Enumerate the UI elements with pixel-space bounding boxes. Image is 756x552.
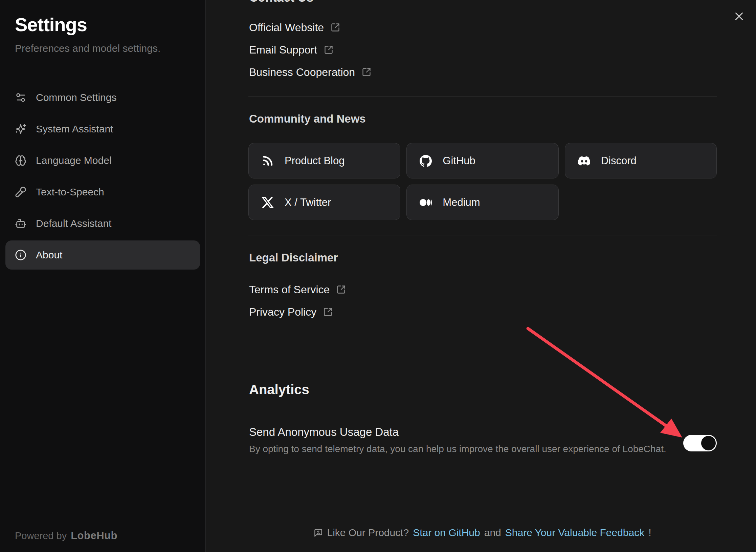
button-label: Discord [601, 155, 637, 167]
send-usage-data-description: By opting to send telemetry data, you ca… [249, 444, 666, 454]
sidebar-item-text-to-speech[interactable]: Text-to-Speech [5, 177, 200, 207]
footer-text: ! [648, 527, 651, 538]
close-button[interactable] [732, 9, 747, 24]
sidebar-item-common-settings[interactable]: Common Settings [5, 83, 200, 112]
microphone-icon [15, 186, 26, 198]
community-buttons-row-1: Product Blog GitHub Discord [248, 143, 717, 178]
star-on-github-link[interactable]: Star on GitHub [413, 527, 480, 538]
sidebar-item-label: Text-to-Speech [36, 186, 104, 198]
sidebar-item-default-assistant[interactable]: Default Assistant [5, 209, 200, 238]
medium-icon [420, 196, 432, 209]
settings-sidebar: Settings Preferences and model settings.… [0, 0, 206, 552]
discord-icon [578, 155, 590, 167]
send-usage-data-toggle[interactable] [683, 435, 717, 451]
share-feedback-link[interactable]: Share Your Valuable Feedback [505, 527, 644, 538]
button-label: Product Blog [285, 155, 345, 167]
sidebar-item-label: Default Assistant [36, 218, 111, 229]
sidebar-item-about[interactable]: About [5, 240, 200, 270]
settings-nav: Common Settings System Assistant Languag… [5, 83, 200, 270]
sidebar-item-system-assistant[interactable]: System Assistant [5, 114, 200, 144]
product-blog-button[interactable]: Product Blog [248, 143, 400, 178]
community-heading: Community and News [249, 112, 366, 125]
link-label: Official Website [249, 21, 324, 34]
about-settings-panel: Contact Us Official Website Email Suppor… [206, 0, 756, 552]
powered-by: Powered by LobeHub [15, 530, 117, 542]
sliders-icon [15, 92, 26, 103]
footer-text: Like Our Product? [327, 527, 409, 538]
external-link-icon [336, 285, 346, 294]
button-label: X / Twitter [285, 196, 331, 209]
bot-icon [15, 218, 26, 229]
sparkles-icon [15, 123, 26, 135]
footer: Like Our Product? Star on GitHub and Sha… [248, 527, 717, 538]
terms-of-service-link[interactable]: Terms of Service [249, 282, 346, 297]
brain-icon [15, 155, 26, 166]
contact-us-heading: Contact Us [249, 0, 313, 5]
page-subtitle: Preferences and model settings. [15, 43, 160, 54]
link-label: Terms of Service [249, 283, 330, 296]
info-icon [15, 249, 26, 261]
external-link-icon [362, 67, 371, 77]
github-icon [420, 155, 432, 167]
privacy-policy-link[interactable]: Privacy Policy [249, 304, 333, 320]
link-label: Business Cooperation [249, 66, 355, 79]
button-label: GitHub [443, 155, 475, 167]
button-label: Medium [443, 196, 480, 209]
x-twitter-icon [262, 196, 274, 209]
external-link-icon [324, 45, 333, 55]
page-title: Settings [15, 14, 87, 36]
analytics-heading: Analytics [249, 382, 309, 397]
external-link-icon [331, 23, 340, 32]
toggle-knob [701, 436, 716, 450]
official-website-link[interactable]: Official Website [249, 20, 340, 35]
sidebar-item-label: Common Settings [36, 92, 116, 103]
sidebar-item-label: System Assistant [36, 123, 113, 135]
business-cooperation-link[interactable]: Business Cooperation [249, 64, 371, 80]
close-icon [733, 10, 746, 23]
rss-icon [262, 155, 274, 167]
footer-text: and [484, 527, 501, 538]
external-link-icon [323, 307, 333, 317]
send-usage-data-label: Send Anonymous Usage Data [249, 426, 399, 439]
sidebar-item-language-model[interactable]: Language Model [5, 146, 200, 175]
lobehub-brand[interactable]: LobeHub [71, 530, 117, 542]
link-label: Privacy Policy [249, 306, 316, 318]
legal-heading: Legal Disclaimer [249, 251, 338, 264]
feedback-bubble-icon [314, 528, 323, 537]
powered-by-prefix: Powered by [15, 530, 67, 542]
discord-button[interactable]: Discord [565, 143, 717, 178]
github-button[interactable]: GitHub [406, 143, 558, 178]
medium-button[interactable]: Medium [406, 185, 558, 220]
section-divider [248, 414, 717, 414]
section-divider [248, 96, 717, 97]
sidebar-item-label: Language Model [36, 155, 112, 166]
link-label: Email Support [249, 44, 317, 56]
x-twitter-button[interactable]: X / Twitter [248, 185, 400, 220]
community-buttons-row-2: X / Twitter Medium [248, 185, 717, 220]
sidebar-item-label: About [36, 249, 62, 261]
email-support-link[interactable]: Email Support [249, 42, 333, 58]
about-content: Contact Us Official Website Email Suppor… [248, 0, 717, 552]
section-divider [248, 235, 717, 235]
